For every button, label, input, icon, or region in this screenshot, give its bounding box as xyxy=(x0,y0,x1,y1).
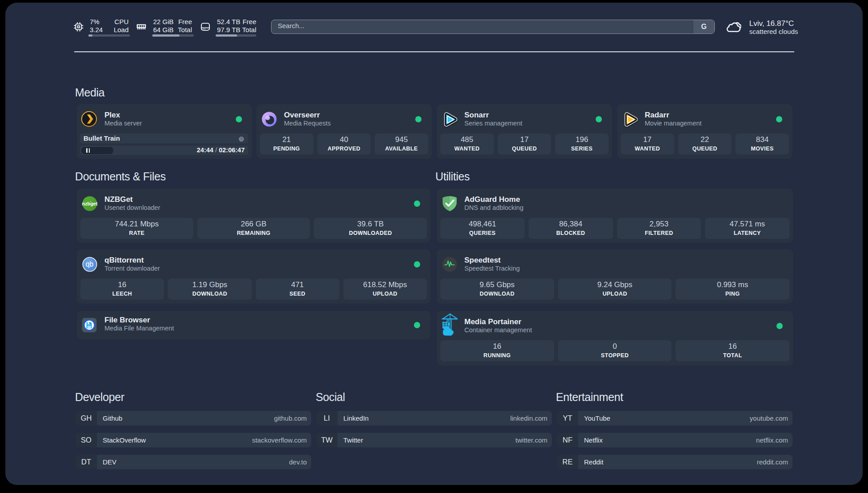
svg-text:qb: qb xyxy=(86,260,94,268)
svg-text:nzbget: nzbget xyxy=(82,201,98,206)
